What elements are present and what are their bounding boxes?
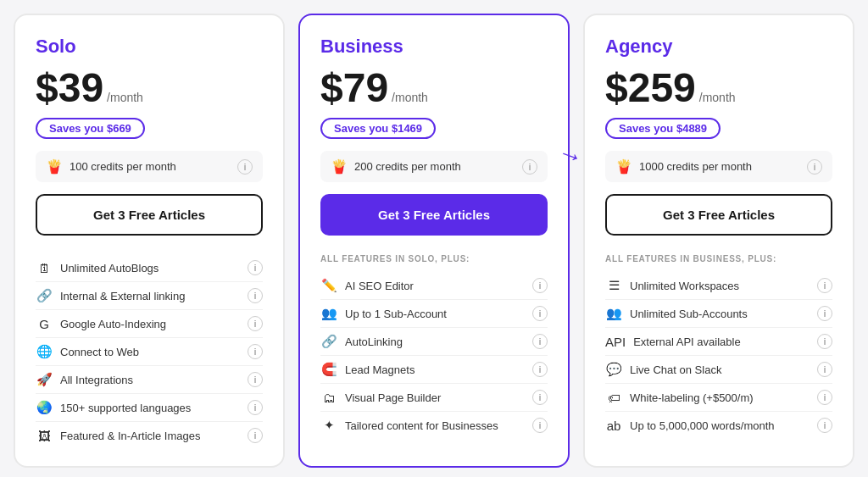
plan-period-agency: /month bbox=[699, 91, 736, 104]
feature-text-solo-0: Unlimited AutoBlogs bbox=[60, 262, 159, 275]
plan-card-agency: Agency $259 /month Saves you $4889 🍟 100… bbox=[583, 14, 854, 468]
feature-info-icon-agency-5[interactable]: i bbox=[817, 418, 832, 433]
feature-left-business-3: 🧲 Lead Magnets bbox=[320, 362, 415, 377]
credits-left-solo: 🍟 100 credits per month bbox=[46, 158, 176, 175]
credits-info-icon-business[interactable]: i bbox=[522, 159, 537, 175]
feature-icon-agency-2: API bbox=[605, 335, 626, 349]
feature-row-solo-6: 🖼 Featured & In-Article Images i bbox=[36, 422, 263, 449]
feature-row-business-2: 🔗 AutoLinking i bbox=[320, 328, 548, 356]
features-label-business: ALL FEATURES IN SOLO, PLUS: bbox=[320, 254, 548, 263]
credits-row-agency: 🍟 1000 credits per month i bbox=[605, 151, 832, 182]
features-section-business: ALL FEATURES IN SOLO, PLUS: ✏️ AI SEO Ed… bbox=[320, 254, 548, 439]
feature-text-business-0: AI SEO Editor bbox=[345, 280, 414, 292]
feature-row-business-1: 👥 Up to 1 Sub-Account i bbox=[320, 300, 548, 328]
feature-icon-agency-1: 👥 bbox=[605, 306, 622, 321]
plan-price-row-agency: $259 /month bbox=[605, 64, 832, 111]
feature-info-icon-agency-1[interactable]: i bbox=[817, 306, 832, 321]
feature-row-agency-2: API External API available i bbox=[605, 328, 832, 356]
feature-info-icon-business-2[interactable]: i bbox=[532, 334, 548, 349]
feature-icon-solo-6: 🖼 bbox=[36, 429, 53, 443]
feature-icon-business-3: 🧲 bbox=[320, 362, 337, 377]
feature-row-agency-1: 👥 Unlimited Sub-Accounts i bbox=[605, 300, 832, 328]
credits-info-icon-agency[interactable]: i bbox=[807, 159, 822, 175]
feature-left-solo-1: 🔗 Internal & External linking bbox=[36, 288, 185, 303]
feature-row-business-4: 🗂 Visual Page Builder i bbox=[320, 384, 548, 412]
plan-price-row-solo: $39 /month bbox=[36, 64, 263, 111]
credits-left-business: 🍟 200 credits per month bbox=[331, 158, 461, 175]
feature-info-icon-solo-2[interactable]: i bbox=[248, 316, 263, 331]
credits-icon-agency: 🍟 bbox=[615, 158, 632, 175]
feature-left-agency-4: 🏷 White-labeling (+$500/m) bbox=[605, 391, 754, 405]
feature-icon-business-4: 🗂 bbox=[320, 391, 337, 405]
feature-text-solo-1: Internal & External linking bbox=[60, 290, 185, 302]
feature-text-business-1: Up to 1 Sub-Account bbox=[345, 308, 447, 320]
feature-icon-business-5: ✦ bbox=[320, 418, 337, 433]
feature-text-agency-0: Unlimited Workspaces bbox=[630, 280, 739, 292]
feature-info-icon-solo-3[interactable]: i bbox=[248, 344, 263, 359]
features-label-agency: ALL FEATURES IN BUSINESS, PLUS: bbox=[605, 254, 832, 263]
feature-text-solo-5: 150+ supported languages bbox=[60, 402, 191, 414]
feature-info-icon-business-4[interactable]: i bbox=[532, 390, 548, 405]
feature-icon-solo-3: 🌐 bbox=[36, 344, 53, 359]
cta-button-agency[interactable]: Get 3 Free Articles bbox=[605, 194, 832, 236]
feature-icon-solo-0: 🗓 bbox=[36, 261, 53, 275]
savings-badge-agency: Saves you $4889 bbox=[605, 118, 721, 139]
feature-text-agency-1: Unlimited Sub-Accounts bbox=[630, 308, 748, 320]
feature-info-icon-agency-3[interactable]: i bbox=[817, 362, 832, 377]
feature-left-agency-3: 💬 Live Chat on Slack bbox=[605, 362, 721, 377]
feature-left-solo-5: 🌏 150+ supported languages bbox=[36, 400, 191, 415]
feature-left-business-1: 👥 Up to 1 Sub-Account bbox=[320, 306, 447, 321]
cta-button-solo[interactable]: Get 3 Free Articles bbox=[36, 194, 263, 236]
feature-icon-agency-0: ☰ bbox=[605, 278, 622, 293]
plan-card-solo: Solo $39 /month Saves you $669 🍟 100 cre… bbox=[14, 14, 285, 468]
credits-icon-solo: 🍟 bbox=[46, 158, 63, 175]
feature-info-icon-solo-5[interactable]: i bbox=[248, 400, 263, 415]
feature-info-icon-solo-4[interactable]: i bbox=[248, 372, 263, 387]
feature-text-business-5: Tailored content for Businesses bbox=[345, 419, 498, 432]
credits-text-agency: 1000 credits per month bbox=[639, 160, 752, 173]
savings-badge-business: Saves you $1469 bbox=[320, 118, 436, 139]
credits-info-icon-solo[interactable]: i bbox=[237, 159, 253, 175]
feature-left-agency-0: ☰ Unlimited Workspaces bbox=[605, 278, 739, 293]
feature-info-icon-business-1[interactable]: i bbox=[532, 306, 548, 321]
feature-text-solo-3: Connect to Web bbox=[60, 346, 139, 358]
plan-price-row-business: $79 /month bbox=[320, 64, 548, 111]
feature-info-icon-business-5[interactable]: i bbox=[532, 418, 548, 433]
feature-info-icon-agency-0[interactable]: i bbox=[817, 278, 832, 293]
feature-left-agency-5: ab Up to 5,000,000 words/month bbox=[605, 419, 775, 433]
feature-info-icon-business-0[interactable]: i bbox=[532, 278, 548, 293]
feature-info-icon-solo-6[interactable]: i bbox=[248, 428, 263, 443]
feature-icon-agency-4: 🏷 bbox=[605, 391, 622, 405]
feature-icon-solo-1: 🔗 bbox=[36, 288, 53, 303]
feature-info-icon-solo-0[interactable]: i bbox=[248, 260, 263, 275]
feature-icon-solo-4: 🚀 bbox=[36, 372, 53, 387]
plan-name-agency: Agency bbox=[605, 36, 832, 58]
feature-row-solo-3: 🌐 Connect to Web i bbox=[36, 338, 263, 366]
feature-left-solo-3: 🌐 Connect to Web bbox=[36, 344, 139, 359]
feature-left-agency-2: API External API available bbox=[605, 335, 741, 349]
feature-icon-agency-5: ab bbox=[605, 419, 622, 433]
feature-info-icon-solo-1[interactable]: i bbox=[248, 288, 263, 303]
feature-text-agency-5: Up to 5,000,000 words/month bbox=[630, 419, 775, 432]
plan-period-business: /month bbox=[392, 91, 428, 104]
feature-left-business-5: ✦ Tailored content for Businesses bbox=[320, 418, 498, 433]
feature-icon-solo-5: 🌏 bbox=[36, 400, 53, 415]
plan-price-agency: $259 bbox=[605, 64, 696, 111]
plan-price-solo: $39 bbox=[36, 64, 103, 111]
feature-icon-agency-3: 💬 bbox=[605, 362, 622, 377]
arrow-annotation: ← bbox=[554, 137, 587, 173]
feature-row-agency-4: 🏷 White-labeling (+$500/m) i bbox=[605, 384, 832, 412]
feature-text-agency-3: Live Chat on Slack bbox=[630, 363, 721, 376]
feature-left-agency-1: 👥 Unlimited Sub-Accounts bbox=[605, 306, 748, 321]
feature-row-business-0: ✏️ AI SEO Editor i bbox=[320, 272, 548, 300]
feature-info-icon-business-3[interactable]: i bbox=[532, 362, 548, 377]
plan-period-solo: /month bbox=[107, 91, 143, 104]
feature-row-business-5: ✦ Tailored content for Businesses i bbox=[320, 412, 548, 439]
plan-card-business: Business $79 /month Saves you $1469 ← 🍟 … bbox=[298, 14, 570, 468]
feature-info-icon-agency-4[interactable]: i bbox=[817, 390, 832, 405]
features-section-agency: ALL FEATURES IN BUSINESS, PLUS: ☰ Unlimi… bbox=[605, 254, 832, 439]
cta-button-business[interactable]: Get 3 Free Articles bbox=[320, 194, 548, 236]
credits-text-business: 200 credits per month bbox=[354, 160, 461, 173]
feature-row-solo-4: 🚀 All Integrations i bbox=[36, 366, 263, 394]
feature-info-icon-agency-2[interactable]: i bbox=[817, 334, 832, 349]
